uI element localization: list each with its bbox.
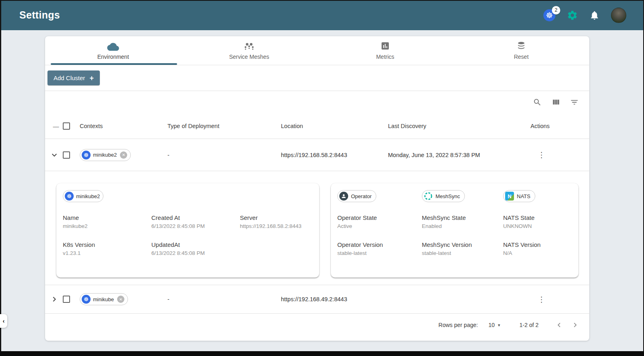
collapse-row-chevron-icon[interactable] xyxy=(49,150,60,160)
meshsync-chip[interactable]: MeshSync xyxy=(422,190,465,202)
field-name: Name minikube2 xyxy=(63,214,151,229)
cell-location: https://192.168.49.2:8443 xyxy=(281,296,388,302)
context-chip-minikube2[interactable]: ☸ minikube2 ✕ xyxy=(80,149,131,161)
row-checkbox[interactable] xyxy=(63,296,70,303)
field-meshsync-version: MeshSync Version stable-latest xyxy=(422,241,503,256)
tab-metrics-label: Metrics xyxy=(376,54,394,60)
kubernetes-context-icon[interactable]: ☸ 2 xyxy=(543,9,555,21)
field-empty xyxy=(240,241,313,256)
kubernetes-context-badge: 2 xyxy=(552,6,560,14)
active-tab-indicator xyxy=(51,63,177,65)
search-icon[interactable] xyxy=(533,98,542,107)
tab-reset-label: Reset xyxy=(514,54,529,60)
tab-reset[interactable]: Reset xyxy=(453,36,589,65)
add-cluster-button[interactable]: Add Cluster + xyxy=(47,70,100,85)
detail-context-chip-label: minikube2 xyxy=(76,193,100,199)
tab-service-meshes[interactable]: Service Meshes xyxy=(181,36,317,65)
field-created-at: Created At 6/13/2022 8:45:08 PM xyxy=(151,214,240,229)
col-header-location: Location xyxy=(281,123,388,129)
row-actions-kebab-icon[interactable]: ⋮ xyxy=(530,296,589,303)
table-header-row: — Contexts Type of Deployment Location L… xyxy=(45,114,589,139)
table-toolbar xyxy=(45,91,589,114)
kubernetes-icon: ☸ xyxy=(82,295,91,304)
kubernetes-icon: ☸ xyxy=(65,192,74,201)
chevron-left-icon: ‹ xyxy=(3,318,5,324)
operator-chip-label: Operator xyxy=(351,193,372,199)
tab-environment[interactable]: Environment xyxy=(45,36,181,65)
tab-environment-label: Environment xyxy=(97,54,129,60)
col-header-contexts: Contexts xyxy=(80,123,167,129)
field-k8s-version: K8s Version v1.23.1 xyxy=(63,241,151,256)
meshsync-chip-label: MeshSync xyxy=(436,193,460,199)
sidebar-collapse-handle[interactable]: ‹ xyxy=(0,314,7,328)
operator-chip[interactable]: Operator xyxy=(337,190,376,202)
service-mesh-icon xyxy=(244,41,254,51)
detail-context-chip[interactable]: ☸ minikube2 xyxy=(63,190,103,202)
cell-last-discovery: Monday, June 13, 2022 8:57:38 PM xyxy=(388,152,530,158)
col-header-actions: Actions xyxy=(530,123,589,129)
row-checkbox[interactable] xyxy=(63,151,70,159)
operator-person-icon xyxy=(339,192,348,201)
tab-metrics[interactable]: Metrics xyxy=(317,36,453,65)
field-updated-at: UpdatedAt 6/13/2022 8:45:08 PM xyxy=(151,241,240,256)
settings-tabs: Environment Service Meshes Metrics xyxy=(45,36,589,65)
chip-delete-icon[interactable]: ✕ xyxy=(120,151,127,159)
table-pagination: Rows per page: 10 ▾ 1-2 of 2 xyxy=(45,313,589,336)
col-header-type: Type of Deployment xyxy=(167,123,281,129)
settings-panel: Environment Service Meshes Metrics xyxy=(45,36,589,341)
tab-service-meshes-label: Service Meshes xyxy=(229,54,269,60)
field-meshsync-state: MeshSync State Enabled xyxy=(422,214,503,229)
table-row: ☸ minikube ✕ - https://192.168.49.2:8443… xyxy=(45,285,589,313)
database-icon xyxy=(516,41,526,51)
plus-icon: + xyxy=(89,75,94,82)
field-operator-version: Operator Version stable-latest xyxy=(337,241,422,256)
helm-glyph: ☸ xyxy=(546,11,553,19)
pagination-range: 1-2 of 2 xyxy=(520,322,539,328)
chip-delete-icon[interactable]: ✕ xyxy=(117,296,124,303)
header-icons: ☸ 2 xyxy=(543,8,626,23)
meshsync-icon xyxy=(424,192,433,201)
row-actions-kebab-icon[interactable]: ⋮ xyxy=(530,151,589,159)
caret-down-icon: ▾ xyxy=(498,323,500,328)
field-server: Server https://192.168.58.2:8443 xyxy=(240,214,313,229)
nats-icon: N xyxy=(505,192,514,201)
kubernetes-icon: ☸ xyxy=(82,151,91,159)
bar-chart-icon xyxy=(380,41,390,51)
row-detail-panel: ☸ minikube2 Name minikube2 Created At 6/… xyxy=(45,171,589,285)
field-nats-version: NATS Version N/A xyxy=(503,241,572,256)
select-all-checkbox[interactable] xyxy=(63,122,70,130)
nats-chip[interactable]: N NATS xyxy=(503,190,535,202)
window-edge-left xyxy=(0,0,1,356)
rows-per-page-value: 10 xyxy=(488,322,495,328)
window-edge-bottom xyxy=(0,351,644,356)
settings-gear-icon[interactable] xyxy=(567,10,578,21)
add-cluster-row: Add Cluster + xyxy=(45,65,589,91)
rows-per-page-select[interactable]: 10 ▾ xyxy=(488,322,500,328)
expand-row-chevron-icon[interactable] xyxy=(49,294,60,304)
nats-chip-label: NATS xyxy=(517,193,530,199)
page-title: Settings xyxy=(19,9,60,21)
cell-location: https://192.168.58.2:8443 xyxy=(281,152,388,158)
next-page-button[interactable] xyxy=(570,320,580,330)
field-operator-state: Operator State Active xyxy=(337,214,422,229)
cell-type-of-deployment: - xyxy=(167,152,281,158)
cell-type-of-deployment: - xyxy=(167,296,281,302)
context-chip-label: minikube xyxy=(93,296,114,302)
rows-per-page-label: Rows per page: xyxy=(438,322,478,328)
filter-icon[interactable] xyxy=(570,98,579,107)
view-columns-icon[interactable] xyxy=(551,98,560,107)
field-nats-state: NATS State UNKNOWN xyxy=(503,214,572,229)
cloud-icon xyxy=(107,41,119,51)
user-avatar[interactable] xyxy=(611,8,626,23)
deselect-all-icon[interactable]: — xyxy=(49,123,63,130)
context-chip-label: minikube2 xyxy=(93,152,117,158)
table-row: ☸ minikube2 ✕ - https://192.168.58.2:844… xyxy=(45,139,589,171)
previous-page-button[interactable] xyxy=(554,320,564,330)
context-chip-minikube[interactable]: ☸ minikube ✕ xyxy=(80,293,128,305)
add-cluster-label: Add Cluster xyxy=(54,75,85,81)
col-header-last-discovery: Last Discovery xyxy=(388,123,530,129)
operator-detail-card: Operator MeshSync N NATS xyxy=(331,183,578,277)
window-edge-top xyxy=(0,0,644,1)
notifications-bell-icon[interactable] xyxy=(589,10,600,21)
app-header: Settings ☸ 2 xyxy=(0,0,644,30)
